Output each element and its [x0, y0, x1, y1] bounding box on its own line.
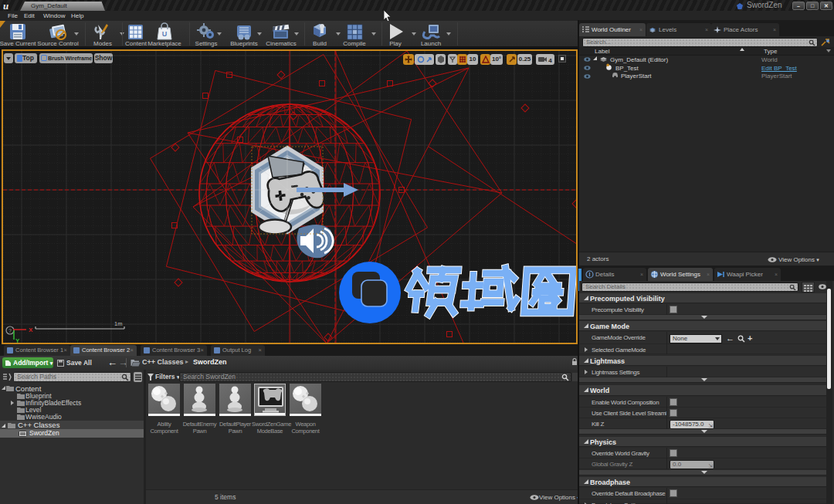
svg-text:1m: 1m	[114, 320, 122, 327]
svg-text:?: ?	[8, 328, 12, 333]
svg-text:U: U	[162, 30, 168, 38]
svg-text:X: X	[29, 326, 33, 333]
